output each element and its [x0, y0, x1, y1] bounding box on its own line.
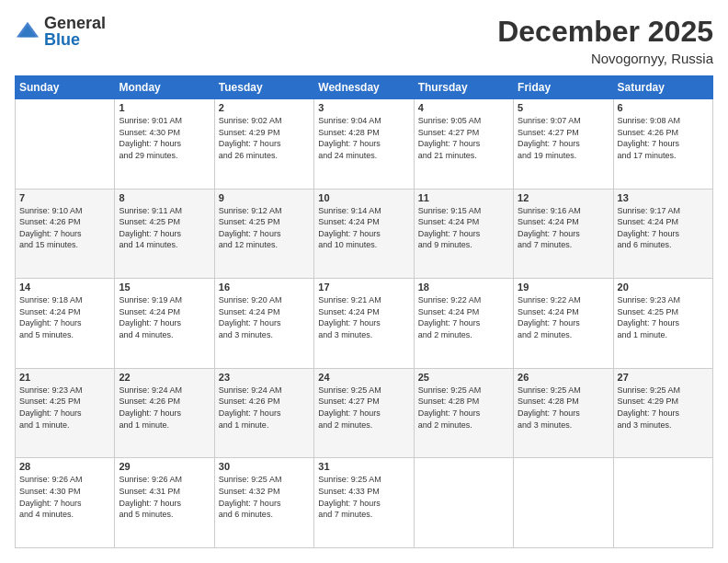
logo: General Blue: [15, 15, 106, 48]
day-info-1: Sunrise: 9:01 AM Sunset: 4:30 PM Dayligh…: [119, 115, 210, 161]
day-cell-1-1: 8Sunrise: 9:11 AM Sunset: 4:25 PM Daylig…: [115, 189, 214, 279]
day-info-9: Sunrise: 9:12 AM Sunset: 4:25 PM Dayligh…: [219, 205, 310, 251]
day-info-25: Sunrise: 9:25 AM Sunset: 4:28 PM Dayligh…: [418, 385, 509, 431]
day-info-13: Sunrise: 9:17 AM Sunset: 4:24 PM Dayligh…: [618, 205, 709, 251]
day-info-31: Sunrise: 9:25 AM Sunset: 4:33 PM Dayligh…: [318, 474, 409, 520]
day-number-1: 1: [119, 102, 210, 113]
day-info-30: Sunrise: 9:25 AM Sunset: 4:32 PM Dayligh…: [219, 474, 310, 520]
day-number-4: 4: [418, 102, 509, 113]
day-cell-3-4: 25Sunrise: 9:25 AM Sunset: 4:28 PM Dayli…: [414, 368, 513, 458]
day-cell-2-1: 15Sunrise: 9:19 AM Sunset: 4:24 PM Dayli…: [115, 279, 214, 369]
day-cell-1-2: 9Sunrise: 9:12 AM Sunset: 4:25 PM Daylig…: [214, 189, 313, 279]
day-cell-4-3: 31Sunrise: 9:25 AM Sunset: 4:33 PM Dayli…: [314, 458, 414, 548]
day-number-27: 27: [618, 372, 709, 383]
logo-general: General: [44, 15, 106, 31]
day-info-24: Sunrise: 9:25 AM Sunset: 4:27 PM Dayligh…: [318, 385, 409, 431]
day-cell-3-6: 27Sunrise: 9:25 AM Sunset: 4:29 PM Dayli…: [613, 368, 712, 458]
day-info-20: Sunrise: 9:23 AM Sunset: 4:25 PM Dayligh…: [618, 294, 709, 340]
day-info-18: Sunrise: 9:22 AM Sunset: 4:24 PM Dayligh…: [418, 294, 509, 340]
header-sunday: Sunday: [16, 76, 115, 99]
weekday-header-row: Sunday Monday Tuesday Wednesday Thursday…: [16, 76, 713, 99]
day-info-28: Sunrise: 9:26 AM Sunset: 4:30 PM Dayligh…: [19, 474, 110, 520]
day-cell-0-4: 4Sunrise: 9:05 AM Sunset: 4:27 PM Daylig…: [414, 99, 513, 190]
day-cell-3-2: 23Sunrise: 9:24 AM Sunset: 4:26 PM Dayli…: [214, 368, 313, 458]
day-cell-1-0: 7Sunrise: 9:10 AM Sunset: 4:26 PM Daylig…: [16, 189, 115, 279]
day-cell-0-2: 2Sunrise: 9:02 AM Sunset: 4:29 PM Daylig…: [214, 99, 313, 190]
day-number-22: 22: [119, 372, 210, 383]
day-number-7: 7: [19, 192, 110, 203]
calendar-page: General Blue December 2025 Novogornyy, R…: [0, 0, 728, 563]
day-cell-4-6: [613, 458, 712, 548]
day-number-6: 6: [618, 102, 709, 113]
day-number-10: 10: [318, 192, 409, 203]
day-number-30: 30: [219, 461, 310, 472]
day-number-17: 17: [318, 282, 409, 293]
logo-icon: [15, 18, 40, 44]
week-row-1: 1Sunrise: 9:01 AM Sunset: 4:30 PM Daylig…: [16, 99, 713, 190]
day-info-3: Sunrise: 9:04 AM Sunset: 4:28 PM Dayligh…: [318, 115, 409, 161]
day-cell-4-2: 30Sunrise: 9:25 AM Sunset: 4:32 PM Dayli…: [214, 458, 313, 548]
day-number-18: 18: [418, 282, 509, 293]
day-cell-1-4: 11Sunrise: 9:15 AM Sunset: 4:24 PM Dayli…: [414, 189, 513, 279]
day-info-12: Sunrise: 9:16 AM Sunset: 4:24 PM Dayligh…: [518, 205, 609, 251]
day-number-9: 9: [219, 192, 310, 203]
day-cell-3-1: 22Sunrise: 9:24 AM Sunset: 4:26 PM Dayli…: [115, 368, 214, 458]
day-cell-0-5: 5Sunrise: 9:07 AM Sunset: 4:27 PM Daylig…: [514, 99, 613, 190]
day-cell-2-0: 14Sunrise: 9:18 AM Sunset: 4:24 PM Dayli…: [16, 279, 115, 369]
day-info-2: Sunrise: 9:02 AM Sunset: 4:29 PM Dayligh…: [219, 115, 310, 161]
day-info-17: Sunrise: 9:21 AM Sunset: 4:24 PM Dayligh…: [318, 294, 409, 340]
day-number-21: 21: [19, 372, 110, 383]
header-tuesday: Tuesday: [214, 76, 313, 99]
header: General Blue December 2025 Novogornyy, R…: [15, 15, 713, 66]
day-number-31: 31: [318, 461, 409, 472]
logo-text: General Blue: [44, 15, 106, 48]
day-info-16: Sunrise: 9:20 AM Sunset: 4:24 PM Dayligh…: [219, 294, 310, 340]
calendar-table: Sunday Monday Tuesday Wednesday Thursday…: [15, 75, 713, 548]
header-thursday: Thursday: [414, 76, 513, 99]
day-cell-2-2: 16Sunrise: 9:20 AM Sunset: 4:24 PM Dayli…: [214, 279, 313, 369]
day-cell-1-5: 12Sunrise: 9:16 AM Sunset: 4:24 PM Dayli…: [514, 189, 613, 279]
header-friday: Friday: [514, 76, 613, 99]
day-info-15: Sunrise: 9:19 AM Sunset: 4:24 PM Dayligh…: [119, 294, 210, 340]
day-info-14: Sunrise: 9:18 AM Sunset: 4:24 PM Dayligh…: [19, 294, 110, 340]
day-number-23: 23: [219, 372, 310, 383]
day-cell-4-1: 29Sunrise: 9:26 AM Sunset: 4:31 PM Dayli…: [115, 458, 214, 548]
day-cell-2-5: 19Sunrise: 9:22 AM Sunset: 4:24 PM Dayli…: [514, 279, 613, 369]
day-cell-4-4: [414, 458, 513, 548]
day-cell-4-0: 28Sunrise: 9:26 AM Sunset: 4:30 PM Dayli…: [16, 458, 115, 548]
day-info-4: Sunrise: 9:05 AM Sunset: 4:27 PM Dayligh…: [418, 115, 509, 161]
day-number-28: 28: [19, 461, 110, 472]
day-number-15: 15: [119, 282, 210, 293]
day-info-7: Sunrise: 9:10 AM Sunset: 4:26 PM Dayligh…: [19, 205, 110, 251]
day-number-12: 12: [518, 192, 609, 203]
day-cell-1-3: 10Sunrise: 9:14 AM Sunset: 4:24 PM Dayli…: [314, 189, 414, 279]
day-number-14: 14: [19, 282, 110, 293]
day-info-10: Sunrise: 9:14 AM Sunset: 4:24 PM Dayligh…: [318, 205, 409, 251]
day-cell-3-0: 21Sunrise: 9:23 AM Sunset: 4:25 PM Dayli…: [16, 368, 115, 458]
day-number-8: 8: [119, 192, 210, 203]
day-number-2: 2: [219, 102, 310, 113]
day-info-29: Sunrise: 9:26 AM Sunset: 4:31 PM Dayligh…: [119, 474, 210, 520]
day-cell-3-5: 26Sunrise: 9:25 AM Sunset: 4:28 PM Dayli…: [514, 368, 613, 458]
day-number-5: 5: [518, 102, 609, 113]
day-cell-0-6: 6Sunrise: 9:08 AM Sunset: 4:26 PM Daylig…: [613, 99, 712, 190]
location: Novogornyy, Russia: [497, 51, 713, 66]
day-number-11: 11: [418, 192, 509, 203]
day-cell-4-5: [514, 458, 613, 548]
day-info-23: Sunrise: 9:24 AM Sunset: 4:26 PM Dayligh…: [219, 385, 310, 431]
day-number-16: 16: [219, 282, 310, 293]
day-info-5: Sunrise: 9:07 AM Sunset: 4:27 PM Dayligh…: [518, 115, 609, 161]
day-cell-0-0: [16, 99, 115, 190]
day-number-26: 26: [518, 372, 609, 383]
day-info-19: Sunrise: 9:22 AM Sunset: 4:24 PM Dayligh…: [518, 294, 609, 340]
day-number-13: 13: [618, 192, 709, 203]
day-number-19: 19: [518, 282, 609, 293]
day-number-24: 24: [318, 372, 409, 383]
day-cell-2-6: 20Sunrise: 9:23 AM Sunset: 4:25 PM Dayli…: [613, 279, 712, 369]
day-number-25: 25: [418, 372, 509, 383]
day-cell-3-3: 24Sunrise: 9:25 AM Sunset: 4:27 PM Dayli…: [314, 368, 414, 458]
week-row-4: 21Sunrise: 9:23 AM Sunset: 4:25 PM Dayli…: [16, 368, 713, 458]
day-info-11: Sunrise: 9:15 AM Sunset: 4:24 PM Dayligh…: [418, 205, 509, 251]
day-cell-2-3: 17Sunrise: 9:21 AM Sunset: 4:24 PM Dayli…: [314, 279, 414, 369]
day-cell-0-3: 3Sunrise: 9:04 AM Sunset: 4:28 PM Daylig…: [314, 99, 414, 190]
